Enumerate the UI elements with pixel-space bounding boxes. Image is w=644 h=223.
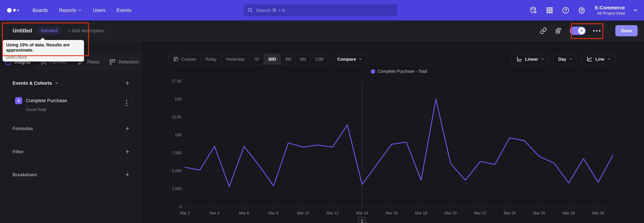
x-axis-label: Mar 28 [563,211,575,215]
lightning-bolt-icon [580,29,584,33]
x-axis-label: Mar 26 [533,211,545,215]
report-actions: Save [540,21,638,41]
x-axis-label: Mar 2 [180,211,190,215]
toggle-knob [578,27,585,34]
x-axis-label: Mar 8 [269,211,278,215]
apps-grid-icon[interactable] [546,6,554,14]
tab-label: Flows [87,59,100,65]
quick-insights-toggle[interactable] [570,27,586,35]
more-options-icon[interactable] [593,30,600,32]
y-axis-label: 10K [175,133,182,137]
x-axis-label: Mar 20 [444,211,457,215]
y-axis-label: 12.5K [172,115,182,119]
y-axis-label: 7,500 [172,151,182,155]
event-badge: A [15,97,22,104]
events-cohorts-heading[interactable]: Events & Cohorts [12,80,59,86]
event-metric[interactable]: Count Total [26,107,132,112]
x-axis-label: Mar 10 [297,211,309,215]
add-description[interactable]: + Add description... [68,28,108,33]
settings-gear-icon[interactable] [578,6,586,14]
search-icon [248,8,253,13]
mixpanel-logo-icon[interactable] [7,8,20,13]
add-to-board-icon[interactable] [554,27,562,35]
chevron-down-icon[interactable] [633,8,638,13]
breakdown-row: Breakdown + [12,171,130,178]
formulas-label: Formulas [12,126,33,131]
breakdown-label: Breakdown [12,172,37,177]
copy-link-icon[interactable] [540,27,547,35]
x-axis-label: Mar 4 [210,211,220,215]
learn-more-link[interactable]: Learn More [6,54,27,59]
event-card[interactable]: A Complete Purchase Count Total [9,93,132,117]
filter-row: Filter + [12,148,130,155]
chart-panel: CustomTodayYesterday7D30D3M6M12M Compare… [142,41,644,223]
filter-label: Filter [12,149,24,154]
y-axis-label: 17.5K [172,79,182,83]
sampled-badge[interactable]: Sampled [38,27,60,35]
primary-nav: BoardsReportsUsersEvents [32,8,132,13]
x-axis-label: Mar 24 [504,211,516,215]
nav-right: E-Commerce All Project Data [530,0,638,21]
nav-item-boards[interactable]: Boards [32,8,48,13]
chevron-down-icon [55,81,59,85]
add-breakdown-button[interactable]: + [125,171,130,178]
y-axis-label: 0 [180,204,182,209]
nav-item-users[interactable]: Users [93,8,106,13]
report-header: Untitled Sampled + Add description... Sa… [0,21,644,41]
nav-item-events[interactable]: Events [116,8,132,13]
query-sidebar: Insights Funnels Flows Retention Events … [0,41,142,223]
project-selector[interactable]: E-Commerce All Project Data [595,5,625,16]
formulas-row: Formulas + [12,125,130,132]
x-axis-label: Mar 30 [592,211,604,215]
save-button[interactable]: Save [615,25,638,36]
tooltip-caret [40,38,45,40]
y-axis-label: 2,500 [172,186,182,191]
tooltip-text: Using 10% of data. Results are approxima… [6,42,80,53]
x-axis-label: Mar 16 [386,211,398,215]
project-name: E-Commerce [595,5,625,11]
tab-label: Retention [118,59,139,65]
annotation-number: 1 [361,219,363,223]
line-chart[interactable]: 02,5005,0007,50010K12.5K15K17.5KMar 2Mar… [142,41,644,223]
divider [608,27,608,35]
x-axis-label: Mar 12 [326,211,338,215]
page: BoardsReportsUsersEvents Search ⌘ + K E-… [0,0,644,223]
search-input[interactable]: Search ⌘ + K [244,4,397,16]
event-row: A Complete Purchase [15,97,132,104]
data-management-icon[interactable] [530,6,538,14]
nav-item-reports[interactable]: Reports [59,8,82,13]
search-placeholder: Search ⌘ + K [256,8,285,13]
event-menu-icon[interactable] [126,100,127,106]
x-axis-label: Mar 22 [474,211,486,215]
add-filter-button[interactable]: + [125,148,130,155]
tab-retention[interactable]: Retention [106,54,142,70]
x-axis-label: Mar 6 [239,211,249,215]
report-title[interactable]: Untitled [13,28,32,34]
top-nav: BoardsReportsUsersEvents Search ⌘ + K E-… [0,0,644,21]
y-axis-label: 15K [175,97,182,101]
chevron-down-icon [78,9,82,12]
series-line[interactable] [185,99,613,187]
x-axis-label: Mar 18 [415,211,427,215]
project-scope: All Project Data [595,11,625,16]
add-formula-button[interactable]: + [125,125,130,132]
add-event-button[interactable]: + [125,80,130,87]
x-axis-label: Mar 14 [356,211,368,215]
help-icon[interactable] [562,6,570,14]
retention-icon [109,59,116,65]
event-name: Complete Purchase [26,98,67,103]
sampling-tooltip: Using 10% of data. Results are approxima… [2,40,84,61]
y-axis-label: 5,000 [172,169,182,173]
events-cohorts-row: Events & Cohorts + [12,80,130,87]
